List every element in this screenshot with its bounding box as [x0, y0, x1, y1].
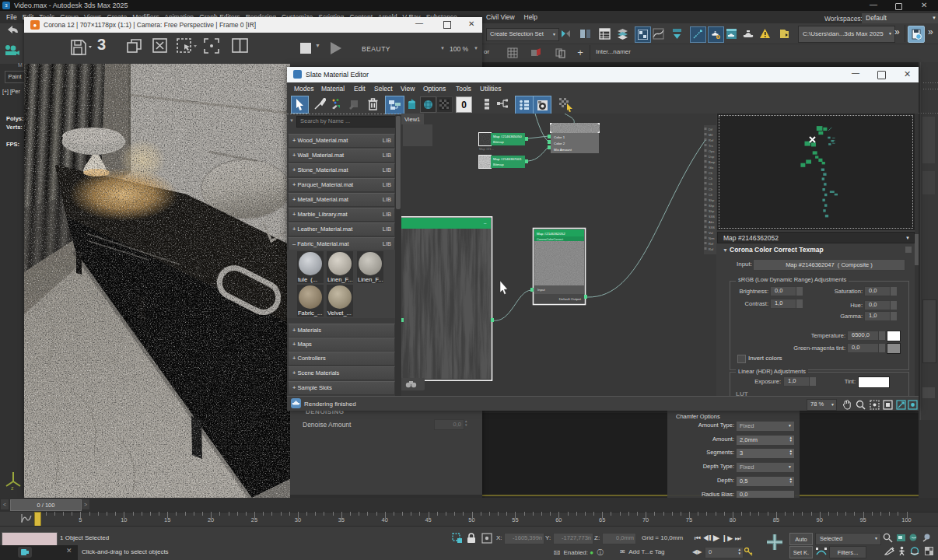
svg-text:Nrm: Nrm: [709, 236, 715, 240]
svg-text:CoronaColorCorrect: CoronaColorCorrect: [537, 238, 564, 241]
svg-text:Bitmap: Bitmap: [493, 140, 504, 144]
svg-text:Color 2: Color 2: [554, 142, 565, 145]
svg-text:Mtl: Mtl: [709, 133, 712, 137]
svg-text:Input: Input: [537, 288, 546, 292]
svg-text:Clr: Clr: [709, 171, 713, 175]
svg-text:Vol: Vol: [709, 231, 713, 235]
svg-text:Map #2146362052: Map #2146362052: [537, 232, 565, 236]
svg-text:Glo: Glo: [709, 166, 714, 170]
svg-text:Abs: Abs: [709, 220, 714, 224]
svg-text:Shp: Shp: [709, 204, 715, 208]
svg-text:Map #21...: Map #21...: [479, 147, 494, 151]
svg-text:Ref: Ref: [709, 242, 714, 246]
svg-text:Mix Amount: Mix Amount: [554, 148, 572, 152]
svg-text:Trs: Trs: [709, 144, 713, 148]
svg-text:Raf: Raf: [709, 247, 714, 251]
svg-text:Default Output: Default Output: [559, 297, 582, 301]
svg-text:z: z: [11, 485, 14, 491]
svg-text:Opa: Opa: [709, 149, 715, 153]
svg-text:SSS: SSS: [709, 226, 715, 229]
svg-text:Clr: Clr: [709, 182, 713, 186]
svg-text:Bmp: Bmp: [709, 160, 716, 164]
svg-text:Shp: Shp: [709, 209, 715, 213]
svg-text:Clr: Clr: [709, 187, 713, 191]
svg-text:SSS: SSS: [709, 215, 715, 219]
svg-text:View1: View1: [404, 116, 420, 123]
svg-text:Dsp: Dsp: [709, 155, 715, 159]
svg-text:Map #2146367001: Map #2146367001: [493, 157, 522, 161]
svg-text:Clr: Clr: [709, 177, 713, 180]
svg-text:Ref: Ref: [709, 138, 714, 142]
svg-text:Bitmap: Bitmap: [493, 163, 504, 166]
svg-text:Color 1: Color 1: [554, 135, 565, 139]
svg-text:Clr: Clr: [709, 193, 713, 197]
svg-text:Shp: Shp: [709, 198, 715, 202]
svg-text:Map #2146365050: Map #2146365050: [493, 135, 522, 138]
